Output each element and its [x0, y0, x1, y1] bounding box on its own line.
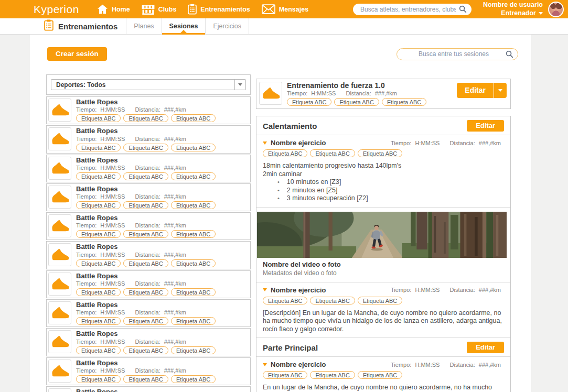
tab-planes[interactable]: Planes: [126, 18, 162, 34]
exercise-name[interactable]: Nombre ejercicio: [271, 139, 326, 147]
page-head: Entrenamientos: [44, 18, 126, 34]
exercise-name[interactable]: Nombre ejercicio: [271, 286, 326, 294]
bullet-item: 10 minutos en [Z3]: [277, 178, 504, 187]
nav-clubs[interactable]: Clubs: [142, 4, 177, 15]
edit-section-button[interactable]: Editar: [467, 342, 504, 353]
tag-pill[interactable]: Etiqueta ABC: [263, 149, 307, 157]
tag-pill[interactable]: Etiqueta ABC: [358, 297, 402, 304]
tag-pill[interactable]: Etiqueta ABC: [123, 230, 168, 238]
tag-pill[interactable]: Etiqueta ABC: [171, 230, 216, 238]
bullet-item: 3 minutos recuperación [Z2]: [277, 194, 504, 203]
tag-pill[interactable]: Etiqueta ABC: [76, 114, 121, 122]
session-card[interactable]: Battle Ropes Tiempo:H:MM:SS Distancia:##…: [46, 241, 251, 269]
shoe-icon: [50, 159, 69, 178]
chevron-down-icon[interactable]: [263, 288, 267, 291]
create-session-button[interactable]: Crear sesión: [47, 47, 107, 61]
session-card-meta: Tiempo:H:MM:SS Distancia:###,#km: [76, 106, 216, 113]
exercise-description: 18min calentamiento progresivo hasta 140…: [263, 162, 504, 203]
tag-pill[interactable]: Etiqueta ABC: [76, 144, 121, 151]
tag-pill[interactable]: Etiqueta ABC: [171, 346, 216, 354]
app-logo[interactable]: Kyperion: [34, 3, 79, 16]
tag-pill[interactable]: Etiqueta ABC: [76, 259, 121, 267]
session-card[interactable]: Battle Ropes Tiempo:H:MM:SS Distancia:##…: [46, 357, 251, 385]
tag-pill[interactable]: Etiqueta ABC: [263, 371, 307, 379]
time-label: Tiempo:: [76, 106, 97, 113]
exercise-header: Nombre ejercicio Tiempo:H:MM:SS Distanci…: [263, 139, 504, 147]
distance-value: ###,#km: [164, 367, 186, 374]
tag-pill[interactable]: Etiqueta ABC: [310, 149, 355, 157]
distance-label: Distancia:: [346, 90, 371, 96]
tag-pill[interactable]: Etiqueta ABC: [171, 259, 216, 267]
session-card-meta: Tiempo:H:MM:SS Distancia:###,#km: [76, 339, 216, 345]
session-card[interactable]: Battle Ropes Tiempo:H:MM:SS Distancia:##…: [46, 155, 251, 182]
tag-pill[interactable]: Etiqueta ABC: [123, 288, 168, 296]
nav-home[interactable]: Home: [97, 4, 130, 14]
tag-pill[interactable]: Etiqueta ABC: [123, 259, 168, 267]
user-menu[interactable]: Nombre de usuario Entrenador: [483, 1, 543, 17]
tag-pill[interactable]: Etiqueta ABC: [123, 201, 168, 209]
tag-pill[interactable]: Etiqueta ABC: [76, 201, 121, 209]
tag-pill[interactable]: Etiqueta ABC: [123, 144, 168, 151]
media-block: Nombre del video o foto Metadatos del vi…: [256, 208, 510, 282]
tag-pill[interactable]: Etiqueta ABC: [263, 297, 307, 304]
tag-list: Etiqueta ABC Etiqueta ABC Etiqueta ABC: [76, 230, 216, 238]
tag-pill[interactable]: Etiqueta ABC: [123, 114, 168, 122]
tag-pill[interactable]: Etiqueta ABC: [287, 98, 331, 106]
tag-pill[interactable]: Etiqueta ABC: [358, 371, 402, 379]
tag-pill[interactable]: Etiqueta ABC: [334, 98, 379, 106]
sport-filter-value: Deportes: Todos: [51, 81, 234, 89]
nav-mensajes[interactable]: Mensajes: [262, 4, 308, 14]
tag-pill[interactable]: Etiqueta ABC: [171, 201, 216, 209]
tag-pill[interactable]: Etiqueta ABC: [171, 375, 216, 383]
tag-pill[interactable]: Etiqueta ABC: [171, 114, 216, 122]
tag-pill[interactable]: Etiqueta ABC: [171, 144, 216, 151]
tag-pill[interactable]: Etiqueta ABC: [123, 172, 168, 180]
tag-pill[interactable]: Etiqueta ABC: [171, 288, 216, 296]
exercise-block: Nombre ejercicio Tiempo:H:MM:SS Distanci…: [256, 135, 510, 208]
session-card-title: Battle Ropes: [76, 186, 216, 193]
tab-sesiones[interactable]: Sesiones: [162, 18, 206, 34]
search-icon[interactable]: [506, 50, 513, 60]
session-card[interactable]: Battle Ropes Tiempo:H:MM:SS Distancia:##…: [46, 96, 251, 124]
tag-pill[interactable]: Etiqueta ABC: [171, 317, 216, 325]
chevron-down-icon[interactable]: [263, 363, 267, 366]
tag-pill[interactable]: Etiqueta ABC: [123, 346, 168, 354]
chevron-down-icon[interactable]: [263, 141, 267, 145]
tag-pill[interactable]: Etiqueta ABC: [76, 375, 121, 383]
distance-label: Distancia:: [135, 193, 160, 200]
avatar[interactable]: [548, 2, 564, 17]
tag-pill[interactable]: Etiqueta ABC: [76, 230, 121, 238]
exercise-name[interactable]: Nombre ejercicio: [271, 361, 326, 368]
session-card[interactable]: Battle Ropes Tiempo:H:MM:SS Distancia:##…: [46, 125, 251, 153]
time-value: H:MM:SS: [100, 222, 125, 228]
tag-pill[interactable]: Etiqueta ABC: [310, 297, 355, 304]
edit-section-button[interactable]: Editar: [467, 120, 504, 132]
tab-ejercicios[interactable]: Ejercicios: [206, 18, 249, 34]
session-card[interactable]: Battle Ropes Tiempo:H:MM:SS Distancia:##…: [46, 386, 251, 392]
session-search-input[interactable]: [396, 48, 518, 60]
tag-pill[interactable]: Etiqueta ABC: [76, 288, 121, 296]
sport-filter-select[interactable]: Deportes: Todos: [51, 79, 246, 90]
tag-pill[interactable]: Etiqueta ABC: [382, 98, 426, 106]
tag-pill[interactable]: Etiqueta ABC: [76, 172, 121, 180]
tag-pill[interactable]: Etiqueta ABC: [76, 317, 121, 325]
tag-pill[interactable]: Etiqueta ABC: [76, 346, 121, 354]
session-card[interactable]: Battle Ropes Tiempo:H:MM:SS Distancia:##…: [46, 270, 251, 298]
edit-session-button[interactable]: Editar: [457, 83, 494, 98]
nav-entrenamientos[interactable]: Entrenamientos: [188, 4, 250, 15]
global-search-input[interactable]: [353, 4, 471, 15]
tag-pill[interactable]: Etiqueta ABC: [123, 317, 168, 325]
session-card[interactable]: Battle Ropes Tiempo:H:MM:SS Distancia:##…: [46, 299, 251, 327]
session-card[interactable]: Battle Ropes Tiempo:H:MM:SS Distancia:##…: [46, 328, 251, 356]
tag-pill[interactable]: Etiqueta ABC: [310, 371, 355, 379]
session-card[interactable]: Battle Ropes Tiempo:H:MM:SS Distancia:##…: [46, 212, 251, 240]
select-dropdown-button[interactable]: [234, 80, 245, 90]
tag-pill[interactable]: Etiqueta ABC: [171, 172, 216, 180]
edit-session-dropdown-button[interactable]: [494, 83, 507, 98]
time-label: Tiempo:: [76, 193, 97, 200]
time-value: H:MM:SS: [100, 165, 125, 171]
tag-pill[interactable]: Etiqueta ABC: [123, 375, 168, 383]
session-card[interactable]: Battle Ropes Tiempo:H:MM:SS Distancia:##…: [46, 183, 251, 211]
search-icon[interactable]: [459, 5, 467, 15]
tag-pill[interactable]: Etiqueta ABC: [358, 149, 402, 157]
